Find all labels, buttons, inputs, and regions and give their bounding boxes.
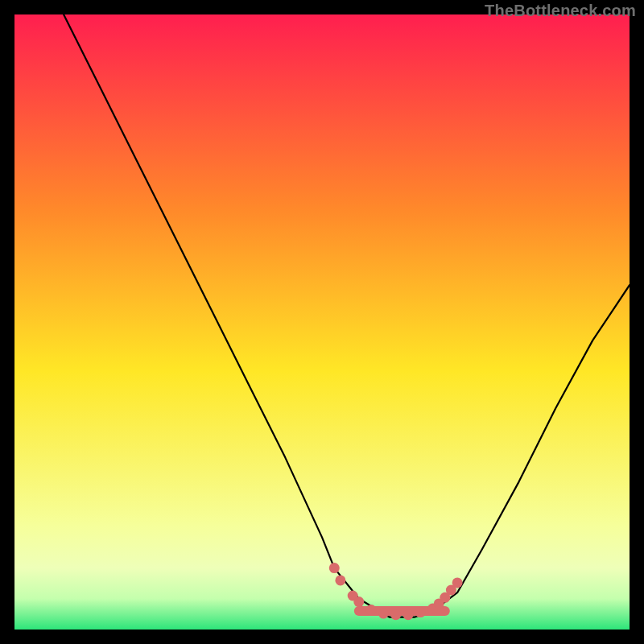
chart-container: TheBottleneck.com [0, 0, 644, 644]
svg-rect-0 [14, 14, 630, 630]
watermark-text: TheBottleneck.com [485, 2, 636, 20]
plot-area [14, 14, 630, 630]
heat-gradient-background [14, 14, 630, 630]
